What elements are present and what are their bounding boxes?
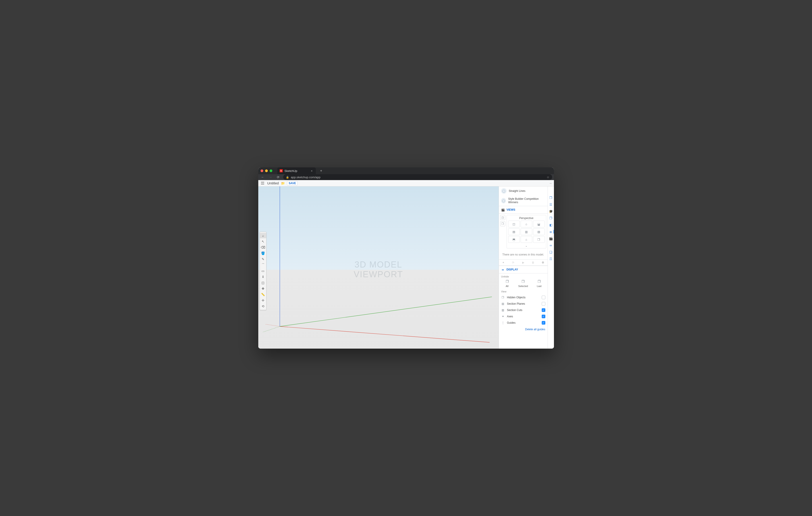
close-tab-icon[interactable]: × bbox=[311, 169, 313, 173]
rail-display-icon[interactable]: ∞ bbox=[549, 243, 553, 248]
viewport-3d[interactable]: 3D MODELVIEWPORT ⌕↖⌫🪣✎⌒▭⇕◫✥📏✢⟲ bbox=[258, 186, 499, 348]
tool-eraser[interactable]: ⌫ bbox=[260, 245, 266, 250]
left-toolbar: ⌕↖⌫🪣✎⌒▭⇕◫✥📏✢⟲ bbox=[260, 232, 266, 310]
unhide-last-button[interactable]: ❐Last bbox=[536, 279, 542, 287]
checkbox[interactable]: ✓ bbox=[542, 321, 545, 325]
view-front-button[interactable]: ⬓ bbox=[533, 221, 545, 227]
checkbox[interactable] bbox=[542, 302, 545, 306]
expand-panel-icon[interactable]: → bbox=[549, 181, 552, 185]
style-item[interactable]: ◯Style Builder Competition Winners bbox=[499, 195, 548, 206]
url-field[interactable]: 🔒 app.sketchup.com/app ☆ bbox=[283, 174, 552, 180]
close-window-button[interactable] bbox=[261, 170, 263, 172]
view-left-button[interactable]: ▧ bbox=[533, 228, 545, 235]
views-expand-icon[interactable]: ⌄ bbox=[508, 243, 545, 247]
tool-pencil[interactable]: ✎ bbox=[260, 256, 266, 262]
svg-line-2 bbox=[280, 297, 492, 326]
view-bottom-button[interactable]: ⬒ bbox=[508, 236, 520, 243]
reload-button[interactable]: ⟳ bbox=[276, 175, 281, 180]
axes-overlay bbox=[258, 186, 499, 348]
style-item[interactable]: ◯Straight Lines bbox=[499, 186, 548, 195]
style-item-label: Straight Lines bbox=[509, 189, 525, 193]
app-header: Untitled 📁 SAVE → bbox=[258, 180, 554, 186]
views-grid: Perspective ◫ ⌂ ⬓ ▤ ▥ ▧ ⬒ ⌂ ❐ ⌄ bbox=[506, 215, 546, 248]
right-icon-rail: ❒☰🎓❐◧≣🎬∞❑☶ bbox=[548, 186, 554, 348]
view-iso-button[interactable]: ◫ bbox=[508, 221, 520, 227]
scene-settings-button[interactable]: ⚙ bbox=[541, 261, 545, 264]
style-thumb-icon: ◯ bbox=[501, 188, 506, 194]
checkbox[interactable] bbox=[542, 296, 545, 299]
url-text: app.sketchup.com/app bbox=[291, 176, 321, 179]
save-button[interactable]: SAVE bbox=[287, 181, 297, 185]
view-section-label: View bbox=[500, 290, 546, 294]
rail-styles-icon[interactable]: ◧ bbox=[549, 223, 553, 227]
tab-title: SketchUp bbox=[285, 169, 297, 173]
rail-materials-icon[interactable]: ❐ bbox=[549, 216, 553, 220]
tool-select[interactable]: ↖ bbox=[260, 239, 266, 244]
svg-line-1 bbox=[280, 326, 490, 342]
section-cuts-icon: ▥ bbox=[501, 308, 505, 312]
display-header-label: DISPLAY bbox=[506, 268, 518, 271]
checkbox[interactable]: ✓ bbox=[542, 315, 545, 318]
display-icon: ∞ bbox=[501, 268, 505, 271]
tool-push-pull[interactable]: ⇕ bbox=[260, 274, 266, 279]
view-last-button[interactable]: ❐ bbox=[533, 236, 545, 243]
browser-tab[interactable]: S SketchUp × bbox=[277, 168, 316, 174]
tool-text[interactable]: ✢ bbox=[260, 298, 266, 303]
unhide-all-button[interactable]: ❐All bbox=[504, 279, 510, 287]
toggle-section-planes[interactable]: ▤Section Planes bbox=[500, 301, 546, 307]
rail-outliner-icon[interactable]: ☶ bbox=[549, 256, 553, 261]
rail-instructor-icon[interactable]: 🎓 bbox=[549, 209, 553, 214]
display-panel-header[interactable]: ∞ DISPLAY bbox=[499, 266, 548, 273]
unhide-selected-button[interactable]: ❐Selected bbox=[518, 279, 528, 287]
checkbox[interactable]: ✓ bbox=[542, 308, 545, 312]
unhide-icon: ❐ bbox=[536, 279, 542, 284]
open-folder-icon[interactable]: 📁 bbox=[281, 181, 285, 185]
rail-live-components-icon[interactable]: ❑ bbox=[549, 250, 553, 254]
scene-delete-button[interactable]: 🗑 bbox=[531, 261, 535, 264]
scene-refresh-button[interactable]: ⟳ bbox=[511, 261, 516, 264]
rail-model-info-icon[interactable]: ❒ bbox=[549, 195, 553, 200]
new-tab-button[interactable]: + bbox=[319, 169, 323, 173]
back-button[interactable]: ← bbox=[260, 175, 265, 180]
view-top-button[interactable]: ⌂ bbox=[521, 221, 532, 227]
tool-search[interactable]: ⌕ bbox=[260, 233, 266, 238]
view-right-button[interactable]: ▤ bbox=[508, 228, 520, 235]
forward-button[interactable]: → bbox=[268, 175, 273, 180]
view-home-button[interactable]: ⌂ bbox=[521, 236, 532, 243]
scene-play-button[interactable]: ▶ bbox=[521, 261, 525, 264]
toggle-section-cuts[interactable]: ▥Section Cuts✓ bbox=[500, 307, 546, 313]
maximize-window-button[interactable] bbox=[270, 170, 272, 172]
toggle-hidden-objects[interactable]: ❒Hidden Objects bbox=[500, 294, 546, 301]
delete-all-guides-link[interactable]: Delete all guides bbox=[499, 327, 548, 333]
tool-offset[interactable]: ◫ bbox=[260, 280, 266, 285]
tool-move[interactable]: ✥ bbox=[260, 286, 266, 291]
toggle-axes[interactable]: ✶Axes✓ bbox=[500, 313, 546, 320]
toggle-guides[interactable]: ⋮Guides✓ bbox=[500, 320, 546, 326]
minimize-window-button[interactable] bbox=[265, 170, 268, 172]
scene-add-button[interactable]: + bbox=[501, 261, 506, 264]
views-panel-header[interactable]: 🎬 VIEWS bbox=[499, 206, 548, 214]
tool-orbit[interactable]: ⟲ bbox=[260, 304, 266, 309]
tool-paint-bucket[interactable]: 🪣 bbox=[260, 250, 266, 256]
tool-rectangle[interactable]: ▭ bbox=[260, 268, 266, 274]
titlebar: S SketchUp × + bbox=[258, 168, 554, 174]
unhide-icon: ❐ bbox=[520, 279, 526, 284]
rail-components-icon[interactable]: ☰ bbox=[549, 202, 553, 207]
bookmark-star-icon[interactable]: ☆ bbox=[547, 176, 549, 179]
scenes-toolbar: + ⟳ ▶ 🗑 ⚙ bbox=[499, 260, 548, 266]
sketchup-app: Untitled 📁 SAVE → 3D MODELVIEWPORT ⌕↖⌫🪣✎… bbox=[258, 180, 554, 348]
toggle-label: Axes bbox=[507, 315, 540, 318]
views-body: ◳ ❒ Perspective ◫ ⌂ ⬓ ▤ ▥ ▧ ⬒ bbox=[499, 214, 548, 250]
rail-layers-icon[interactable]: ≣ bbox=[549, 230, 553, 234]
address-bar: ← → ⟳ 🔒 app.sketchup.com/app ☆ bbox=[258, 174, 554, 180]
tool-tape-measure[interactable]: 📏 bbox=[260, 292, 266, 297]
style-thumb-icon: ◯ bbox=[501, 198, 506, 204]
menu-button[interactable] bbox=[260, 181, 265, 186]
section-planes-icon: ▤ bbox=[501, 302, 505, 305]
view-back-button[interactable]: ▥ bbox=[521, 228, 532, 235]
rail-scenes-icon[interactable]: 🎬 bbox=[549, 236, 553, 241]
tool-arc[interactable]: ⌒ bbox=[260, 262, 266, 268]
projection-perspective-button[interactable]: ❒ bbox=[500, 221, 505, 226]
unhide-section: Unhide ❐All❐Selected❐Last bbox=[499, 273, 548, 289]
projection-parallel-button[interactable]: ◳ bbox=[500, 215, 505, 220]
